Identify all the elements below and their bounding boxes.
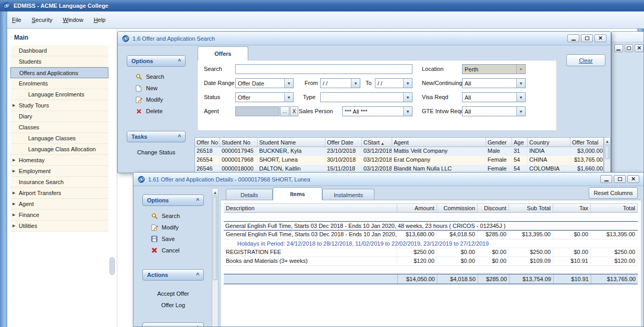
col-tax[interactable]: Tax — [553, 204, 591, 212]
sidebar-item-employment[interactable]: Employment — [10, 166, 108, 177]
col-gender[interactable]: Gender — [486, 138, 512, 147]
chevron-down-icon[interactable] — [351, 79, 360, 88]
scroll-up-icon[interactable] — [212, 189, 218, 196]
menu-window[interactable]: Window — [58, 15, 88, 25]
type-select[interactable] — [320, 92, 412, 102]
new-command[interactable]: New — [127, 82, 186, 94]
col-age[interactable]: Age — [512, 138, 528, 147]
delete-command[interactable]: Delete — [127, 105, 186, 117]
scroll-thumb[interactable] — [213, 197, 217, 280]
sidebar-item-airport-transfers[interactable]: Airport Transfers — [10, 188, 108, 199]
sidebar-item-language-enrolments[interactable]: Language Enrolments — [10, 89, 108, 100]
chevron-down-icon[interactable] — [284, 79, 293, 88]
expand-icon[interactable] — [13, 191, 19, 195]
search-command[interactable]: Search — [142, 210, 204, 222]
col-agent[interactable]: Agent — [392, 138, 486, 147]
options-panel-header[interactable]: Options — [127, 55, 186, 67]
sidebar-item-insurance-search[interactable]: Insurance Search — [10, 177, 108, 188]
offer-row[interactable]: 26518 0000017945 BUCKNER, Kyla 23/10/201… — [195, 147, 603, 156]
col-offer-date[interactable]: Offer Date — [325, 138, 362, 147]
col-discount[interactable]: Discount — [478, 204, 509, 212]
col-description[interactable]: Description — [224, 204, 397, 212]
save-command[interactable]: Save — [142, 233, 204, 245]
col-cstart[interactable]: CStart — [362, 138, 392, 147]
tab-details[interactable]: Details — [226, 189, 273, 200]
clear-button[interactable]: Clear — [566, 54, 605, 66]
col-student-name[interactable]: Student Name — [258, 138, 325, 147]
close-icon[interactable] — [627, 175, 639, 183]
col-offer-total[interactable]: Offer Total — [570, 138, 604, 147]
agent-clear-button[interactable]: X — [290, 106, 298, 116]
expand-icon[interactable] — [13, 103, 19, 107]
scroll-thumb[interactable] — [605, 146, 610, 159]
tab-instalments[interactable]: Instalments — [322, 189, 374, 200]
expand-icon[interactable] — [13, 213, 19, 217]
search-command[interactable]: Search — [127, 71, 186, 82]
item-row[interactable]: General English Full Time, Starts 03 Dec… — [224, 231, 638, 239]
status-select[interactable]: Offer — [235, 92, 294, 102]
new-continuing-select[interactable]: All — [462, 78, 526, 88]
sidebar-item-homestay[interactable]: Homestay — [10, 155, 108, 166]
chevron-down-icon[interactable] — [403, 107, 412, 116]
close-icon[interactable] — [594, 34, 606, 42]
to-date-input[interactable]: / / — [375, 78, 412, 88]
tab-offers[interactable]: Offers — [198, 46, 248, 60]
options-panel-header[interactable]: Options — [142, 195, 204, 206]
expand-icon[interactable] — [13, 169, 19, 173]
sidebar-item-utilities[interactable]: Utilities — [10, 221, 108, 232]
cancel-command[interactable]: Cancel — [142, 245, 204, 256]
sidebar-item-dashboard[interactable]: Dashboard — [10, 45, 108, 56]
chevron-down-icon[interactable] — [516, 107, 525, 116]
chevron-down-icon[interactable] — [284, 93, 293, 102]
close-icon[interactable] — [635, 44, 643, 52]
minimize-button[interactable] — [614, 44, 623, 52]
restore-button[interactable] — [581, 34, 593, 42]
chevron-down-icon[interactable] — [403, 93, 412, 102]
restore-button[interactable] — [625, 44, 634, 52]
from-date-input[interactable]: / / — [320, 78, 360, 88]
search-input[interactable] — [235, 64, 412, 74]
sidebar-item-diary[interactable]: Diary — [10, 111, 108, 122]
visa-reqd-select[interactable]: All — [462, 92, 526, 102]
modify-command[interactable]: Modify — [142, 222, 204, 233]
menu-help[interactable]: Help — [89, 15, 111, 25]
tasks-panel-header[interactable]: Tasks — [127, 131, 186, 142]
chevron-down-icon[interactable] — [516, 93, 525, 102]
modify-command[interactable]: Modify — [127, 94, 186, 105]
col-total[interactable]: Total — [591, 204, 638, 212]
actions-panel-header[interactable]: Actions — [142, 269, 204, 281]
menu-file[interactable]: File — [7, 15, 26, 25]
sidebar-item-students[interactable]: Students — [10, 56, 108, 67]
item-row[interactable]: Books and Materials (3+ weeks) $120.00 $… — [224, 257, 638, 266]
tab-items[interactable]: Items — [273, 187, 322, 200]
expand-icon[interactable] — [13, 158, 19, 162]
col-offer-no[interactable]: Offer No — [195, 138, 220, 147]
change-status-command[interactable]: Change Status — [127, 147, 186, 158]
app-titlebar[interactable]: EDMISS - ACME Language College — [0, 0, 644, 11]
sidebar-item-language-class-allocation[interactable]: Language Class Allocation — [10, 144, 108, 155]
date-range-select[interactable]: Offer Date — [235, 78, 294, 88]
col-amount[interactable]: Amount — [397, 204, 437, 212]
gte-intvw-reqd-select[interactable]: All — [462, 106, 526, 116]
chevron-down-icon[interactable] — [403, 79, 412, 88]
chevron-down-icon[interactable] — [516, 79, 525, 88]
menu-security[interactable]: Security — [27, 15, 57, 25]
sidebar-item-study-tours[interactable]: Study Tours — [10, 100, 108, 111]
minimize-button[interactable] — [600, 175, 612, 183]
col-sub-total[interactable]: Sub Total — [509, 204, 553, 212]
col-student-no[interactable]: Student No — [220, 138, 258, 147]
offers-grid-scrollbar[interactable] — [604, 137, 611, 173]
col-commission[interactable]: Commission — [437, 204, 478, 212]
accept-offer-command[interactable]: Accept Offer — [142, 288, 204, 299]
course-group-row[interactable]: General English Full Time, Starts 03 Dec… — [224, 221, 638, 231]
agent-browse-button[interactable]: ... — [280, 106, 289, 116]
offer-log-command[interactable]: Offer Log — [142, 299, 204, 311]
expand-icon[interactable] — [13, 202, 19, 206]
offer-row[interactable]: 26554 0000017968 SHORT, Lunea 30/10/2018… — [195, 156, 603, 165]
sidebar-scrollbar-thumb[interactable] — [110, 257, 115, 275]
col-country[interactable]: Country — [528, 138, 570, 147]
item-row[interactable]: REGISTRATION FEE $250.00 $0.00 $0.00 $25… — [224, 248, 638, 257]
expand-icon[interactable] — [13, 224, 19, 228]
location-select[interactable]: Perth — [462, 64, 526, 74]
offer-search-titlebar[interactable]: 1.6 Offer and Application Search — [118, 32, 611, 45]
